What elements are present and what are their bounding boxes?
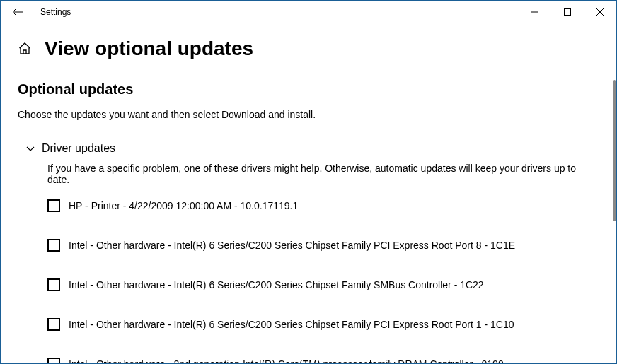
driver-label: Intel - Other hardware - Intel(R) 6 Seri… [69,240,515,251]
home-button[interactable] [18,42,32,56]
driver-list: HP - Printer - 4/22/2009 12:00:00 AM - 1… [47,199,599,364]
section-instructions: Choose the updates you want and then sel… [18,109,599,120]
minimize-icon [531,8,538,16]
driver-checkbox[interactable] [47,358,60,364]
maximize-button[interactable] [551,1,584,23]
driver-checkbox[interactable] [47,278,60,291]
window-title: Settings [40,7,71,17]
home-icon [18,42,32,56]
driver-item: Intel - Other hardware - Intel(R) 6 Seri… [47,318,599,331]
driver-checkbox[interactable] [47,199,60,212]
svg-rect-1 [565,9,571,16]
driver-item: Intel - Other hardware - Intel(R) 6 Seri… [47,239,599,252]
content-area: Optional updates Choose the updates you … [1,67,616,364]
driver-updates-section: Driver updates If you have a specific pr… [18,141,599,364]
driver-label: Intel - Other hardware - Intel(R) 6 Seri… [69,279,484,290]
window-controls [519,1,616,23]
chevron-down-icon [23,141,38,155]
driver-item: HP - Printer - 4/22/2009 12:00:00 AM - 1… [47,199,599,212]
driver-label: Intel - Other hardware - 2nd generation … [69,358,504,364]
driver-item: Intel - Other hardware - Intel(R) 6 Seri… [47,278,599,291]
back-button[interactable] [6,1,29,23]
minimize-button[interactable] [519,1,551,23]
page-header: View optional updates [1,23,616,67]
scrollbar[interactable] [613,80,616,221]
back-arrow-icon [12,6,23,18]
driver-label: HP - Printer - 4/22/2009 12:00:00 AM - 1… [69,200,298,211]
page-title: View optional updates [45,37,253,60]
close-icon [596,8,604,16]
titlebar: Settings [1,1,616,23]
close-button[interactable] [584,1,616,23]
driver-updates-note: If you have a specific problem, one of t… [47,163,599,185]
driver-updates-title: Driver updates [42,142,115,155]
driver-checkbox[interactable] [47,318,60,331]
driver-checkbox[interactable] [47,239,60,252]
maximize-icon [564,8,571,16]
driver-item: Intel - Other hardware - 2nd generation … [47,358,599,364]
driver-label: Intel - Other hardware - Intel(R) 6 Seri… [69,319,514,330]
section-title: Optional updates [18,81,599,98]
driver-updates-toggle[interactable]: Driver updates [23,141,599,155]
